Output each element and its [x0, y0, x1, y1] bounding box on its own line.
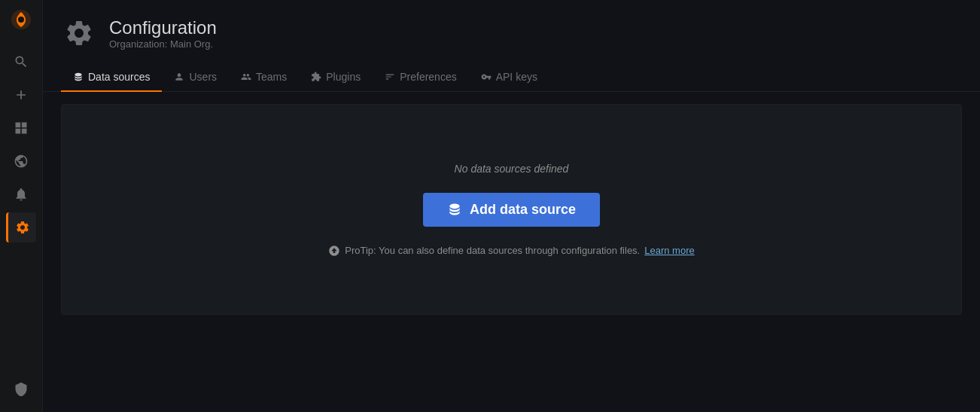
main-panel: No data sources defined Add data source … — [43, 92, 980, 412]
tab-bar: Data sources Users Teams Plugins Prefere… — [43, 63, 980, 92]
tab-api-keys-label: API keys — [496, 71, 537, 83]
config-icon — [61, 15, 97, 51]
sidebar-item-add[interactable] — [6, 80, 36, 110]
sidebar-item-search[interactable] — [6, 47, 36, 77]
tab-teams[interactable]: Teams — [229, 63, 299, 92]
protip-text: ProTip: You can also define data sources… — [345, 245, 640, 256]
page-title: Configuration — [109, 17, 217, 38]
learn-more-link[interactable]: Learn more — [644, 245, 694, 256]
tab-users[interactable]: Users — [162, 63, 229, 92]
tab-preferences[interactable]: Preferences — [373, 63, 468, 92]
app-logo[interactable] — [8, 6, 35, 33]
tab-data-sources-label: Data sources — [88, 71, 150, 83]
tab-teams-label: Teams — [256, 71, 287, 83]
tab-api-keys[interactable]: API keys — [469, 63, 549, 92]
sidebar-item-shield[interactable] — [6, 374, 36, 404]
tab-users-label: Users — [189, 71, 217, 83]
protip-section: ProTip: You can also define data sources… — [328, 245, 694, 257]
sidebar-item-explore[interactable] — [6, 146, 36, 176]
tab-preferences-label: Preferences — [400, 71, 456, 83]
main-content: Configuration Organization: Main Org. Da… — [43, 0, 980, 412]
tab-plugins[interactable]: Plugins — [299, 63, 373, 92]
sidebar-item-dashboards[interactable] — [6, 113, 36, 143]
sidebar-item-alerting[interactable] — [6, 179, 36, 209]
page-header: Configuration Organization: Main Org. — [43, 0, 980, 51]
svg-point-1 — [18, 17, 24, 23]
add-data-source-button[interactable]: Add data source — [423, 193, 600, 227]
header-text-block: Configuration Organization: Main Org. — [109, 17, 217, 50]
add-data-source-label: Add data source — [470, 202, 576, 218]
tab-plugins-label: Plugins — [326, 71, 361, 83]
tab-data-sources[interactable]: Data sources — [61, 63, 162, 92]
sidebar-item-configuration[interactable] — [6, 212, 36, 243]
empty-state-message: No data sources defined — [455, 163, 569, 175]
sidebar — [0, 0, 43, 412]
empty-state-box: No data sources defined Add data source … — [61, 104, 962, 315]
page-subtitle: Organization: Main Org. — [109, 38, 217, 50]
